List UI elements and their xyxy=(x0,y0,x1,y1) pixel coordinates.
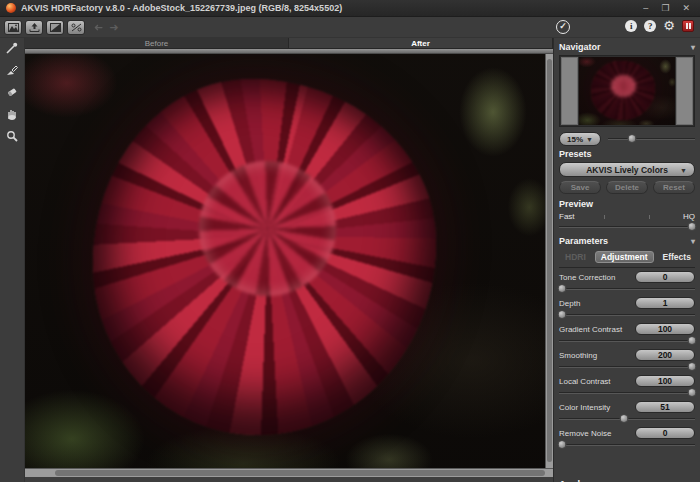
open-image-button[interactable] xyxy=(4,20,22,35)
parameter-row: Smoothing 200 xyxy=(559,348,695,372)
parameter-slider[interactable] xyxy=(559,310,695,320)
slider-handle[interactable] xyxy=(557,440,566,449)
window-title: AKVIS HDRFactory v.8.0 - AdobeStock_1522… xyxy=(21,3,342,13)
parameter-label: Gradient Contrast xyxy=(559,325,622,334)
parameter-slider[interactable] xyxy=(559,336,695,346)
slider-handle[interactable] xyxy=(688,336,697,345)
parameter-slider[interactable] xyxy=(559,414,695,424)
rose-photo xyxy=(25,54,545,468)
run-processing-button[interactable]: ✓ xyxy=(556,20,570,34)
slider-handle[interactable] xyxy=(628,134,637,143)
window-controls: –❐✕ xyxy=(643,3,694,13)
presets-header: Presets xyxy=(559,149,695,159)
horizontal-scrollbar[interactable] xyxy=(25,468,553,477)
zoom-level-value: 15% xyxy=(567,135,583,144)
akvis-badge-icon[interactable] xyxy=(682,20,694,32)
parameter-slider[interactable] xyxy=(559,388,695,398)
chevron-down-icon: ▼ xyxy=(586,136,593,143)
parameter-slider[interactable] xyxy=(559,362,695,372)
vertical-scrollbar[interactable] xyxy=(545,54,553,468)
parameter-value-box[interactable]: 0 xyxy=(635,271,695,283)
bottom-gap xyxy=(25,477,553,482)
eraser-tool[interactable] xyxy=(4,86,20,102)
zoom-tool[interactable] xyxy=(4,130,20,146)
parameter-row: Depth 1 xyxy=(559,296,695,320)
history-brush-tool[interactable] xyxy=(4,64,20,80)
chevron-down-icon[interactable]: ▾ xyxy=(691,43,695,52)
hand-tool[interactable] xyxy=(4,108,20,124)
chevron-down-icon[interactable]: ▾ xyxy=(691,237,695,246)
tab-hdri[interactable]: HDRI xyxy=(559,251,592,263)
delete-preset-button[interactable]: Delete xyxy=(606,181,648,194)
navigator-mask-left xyxy=(561,57,578,125)
canvas-column: Before After xyxy=(25,38,553,482)
navigator-zoom-slider[interactable] xyxy=(608,134,695,144)
slider-handle[interactable] xyxy=(557,284,566,293)
save-image-button[interactable] xyxy=(25,20,43,35)
water-droplets xyxy=(93,79,436,435)
parameter-slider[interactable] xyxy=(559,284,695,294)
pin-brush-tool[interactable] xyxy=(4,42,20,58)
share-button[interactable] xyxy=(67,20,85,35)
slider-track xyxy=(559,366,695,368)
parameter-value-box[interactable]: 200 xyxy=(635,349,695,361)
reset-preset-button[interactable]: Reset xyxy=(653,181,695,194)
navigator-rose-photo xyxy=(579,57,675,125)
slider-track xyxy=(559,314,695,316)
vertical-scroll-thumb[interactable] xyxy=(547,59,552,462)
parameter-label: Depth xyxy=(559,299,580,308)
slider-track xyxy=(559,392,695,394)
parameter-label: Color Intensity xyxy=(559,403,610,412)
horizontal-scroll-thumb[interactable] xyxy=(55,470,545,476)
zoom-level-dropdown[interactable]: 15% ▼ xyxy=(559,132,601,146)
redo-icon[interactable]: ➜ xyxy=(109,22,118,33)
info-icon[interactable]: i xyxy=(625,20,637,32)
parameter-value-box[interactable]: 100 xyxy=(635,375,695,387)
navigator-preview[interactable] xyxy=(559,55,695,127)
left-tool-column xyxy=(0,38,25,482)
settings-gear-icon[interactable]: ⚙ xyxy=(663,20,675,32)
slider-handle[interactable] xyxy=(688,222,697,231)
slider-handle[interactable] xyxy=(620,414,629,423)
navigator-rose-flower xyxy=(591,61,654,119)
undo-icon[interactable]: ➜ xyxy=(94,22,103,33)
tab-effects[interactable]: Effects xyxy=(657,251,697,263)
parameter-row: Gradient Contrast 100 xyxy=(559,322,695,346)
minimize-button[interactable]: – xyxy=(643,3,648,13)
apply-title: Apply xyxy=(559,478,695,482)
slider-handle[interactable] xyxy=(688,388,697,397)
navigator-thumbnail[interactable] xyxy=(579,57,675,125)
tab-before[interactable]: Before xyxy=(25,38,289,49)
after-image-view[interactable] xyxy=(25,54,545,468)
hand-icon xyxy=(5,107,19,125)
parameter-value-box[interactable]: 1 xyxy=(635,297,695,309)
print-button[interactable] xyxy=(46,20,64,35)
apply-section: Apply The button applies the result to t… xyxy=(559,478,695,482)
navigator-header: Navigator ▾ xyxy=(559,42,695,52)
parameter-value-box[interactable]: 0 xyxy=(635,427,695,439)
maximize-button[interactable]: ❐ xyxy=(661,3,669,13)
parameter-row: Tone Correction 0 xyxy=(559,270,695,294)
help-icon[interactable]: ? xyxy=(644,20,656,32)
zoom-icon xyxy=(5,129,19,147)
open-image-icon xyxy=(8,23,19,32)
save-preset-button[interactable]: Save xyxy=(559,181,601,194)
slider-handle[interactable] xyxy=(688,362,697,371)
fast-label: Fast xyxy=(559,212,575,221)
right-panel: Navigator ▾ 15% ▼ xyxy=(553,38,700,482)
tab-adjustment[interactable]: Adjustment xyxy=(595,251,654,263)
slider-track xyxy=(559,288,695,290)
parameters-header: Parameters ▾ xyxy=(559,236,695,246)
navigator-mask-right xyxy=(676,57,693,125)
tab-after[interactable]: After xyxy=(289,38,553,49)
close-button[interactable]: ✕ xyxy=(682,3,690,13)
preset-selected-value: AKVIS Lively Colors xyxy=(586,165,668,175)
preset-dropdown[interactable]: AKVIS Lively Colors ▼ xyxy=(559,162,695,177)
parameter-value-box[interactable]: 51 xyxy=(635,401,695,413)
slider-handle[interactable] xyxy=(557,310,566,319)
parameter-slider[interactable] xyxy=(559,440,695,450)
preview-quality-slider[interactable] xyxy=(559,222,695,233)
parameter-value-box[interactable]: 100 xyxy=(635,323,695,335)
toolbar-right-icons: i ? ⚙ xyxy=(625,20,694,32)
parameter-sliders: Tone Correction 0 Depth 1 Gradient Contr… xyxy=(559,270,695,450)
